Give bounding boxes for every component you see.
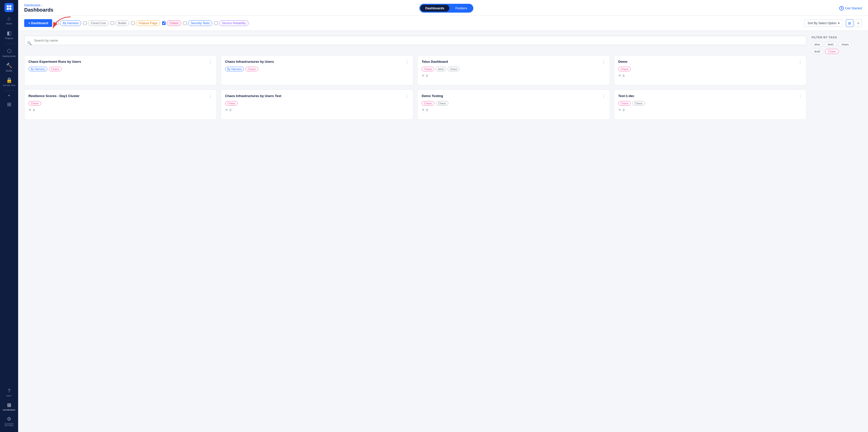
filter-service-reliability[interactable]: Service Reliability xyxy=(214,21,248,26)
card-8-view-count: 0 xyxy=(623,109,624,112)
card-2-title[interactable]: Chaos Infrastructures by Users xyxy=(225,60,405,64)
filter-tags-container: By Harness Cloud Cost Builds Feature Fla… xyxy=(55,21,801,26)
card-3-view-count: 0 xyxy=(426,74,428,78)
sidebar-item-help[interactable]: ? HELP xyxy=(0,385,18,400)
card-2-menu[interactable]: ⋮ xyxy=(405,60,409,64)
card-3-tag-chaos: Chaos xyxy=(422,67,434,71)
card-6-menu[interactable]: ⋮ xyxy=(405,94,409,98)
home-icon: ⌂ xyxy=(7,16,10,22)
card-4-menu[interactable]: ⋮ xyxy=(798,60,802,64)
card-8-tag-chaos-gray: Chaos xyxy=(632,101,645,105)
filter-sidebar: FILTER BY TAGS telus test1 chaos test2 C… xyxy=(811,36,862,427)
projects-icon: ◧ xyxy=(7,30,11,36)
card-5-title[interactable]: Resilience Scores - Day1 Cluster xyxy=(29,94,209,98)
sidebar-item-projects[interactable]: ◧ Projects xyxy=(0,28,18,42)
svg-rect-3 xyxy=(9,8,11,10)
card-8-title[interactable]: Test-1-dec xyxy=(618,94,798,98)
main-content: Dashboards › Dashboards Dashboards Folde… xyxy=(18,0,868,432)
sidebar-item-builds[interactable]: 🔨 Builds xyxy=(0,60,18,74)
filter-chaos-checkbox[interactable] xyxy=(162,22,165,25)
filter-tag-test2[interactable]: test2 xyxy=(811,49,823,54)
card-7-view-count: 0 xyxy=(426,109,428,112)
card-8-menu[interactable]: ⋮ xyxy=(798,94,802,98)
list-view-button[interactable]: ≡ xyxy=(855,20,862,27)
sort-dropdown[interactable]: Sort By Select Option ▾ xyxy=(804,20,843,27)
by-harness-label: By Harness xyxy=(60,21,81,26)
sidebar-chevron-down[interactable]: ▾ xyxy=(7,92,11,99)
sidebar-item-security-tests[interactable]: 🔒 Security Tests xyxy=(0,74,18,89)
card-6-title[interactable]: Chaos Infrastructures by Users Test xyxy=(225,94,405,98)
chaos-label: Chaos xyxy=(167,21,181,26)
filter-tag-chaos-upper[interactable]: Chaos xyxy=(825,49,839,54)
eye-icon-5: 👁 xyxy=(29,108,32,112)
card-3-tag-telus: telus xyxy=(436,67,446,71)
search-input[interactable] xyxy=(24,36,806,45)
filter-feature-flags[interactable]: Feature Flags xyxy=(131,21,160,26)
card-5-menu[interactable]: ⋮ xyxy=(209,94,213,98)
view-buttons: ⊞ ≡ xyxy=(846,20,862,27)
eye-icon-8: 👁 xyxy=(618,108,621,112)
service-reliability-label: Service Reliability xyxy=(219,21,248,26)
filter-tag-chaos-lower[interactable]: chaos xyxy=(838,42,851,47)
header-top: Dashboards › Dashboards Dashboards Folde… xyxy=(24,3,862,13)
card-4-tag-chaos: Chaos xyxy=(618,67,631,71)
card-4-title[interactable]: Demo xyxy=(618,60,798,64)
filter-builds[interactable]: Builds xyxy=(111,21,129,26)
card-2-tag-by-harness: By Harness xyxy=(225,67,244,71)
sidebar-item-account-settings[interactable]: ⚙ ACCOUNT SETTINGS xyxy=(0,413,18,429)
chevron-down-icon: ▾ xyxy=(838,22,839,25)
breadcrumb-sep: › xyxy=(42,3,43,7)
card-7-title[interactable]: Demo Testing xyxy=(422,94,601,98)
card-6-tags: Chaos xyxy=(225,101,409,105)
tab-dashboards[interactable]: Dashboards xyxy=(421,5,450,11)
sidebar-item-dashboards-grid[interactable]: ⊞ xyxy=(0,99,18,110)
card-5-tag-chaos: Chaos xyxy=(29,101,41,105)
grid-view-button[interactable]: ⊞ xyxy=(846,20,854,27)
filter-service-reliability-checkbox[interactable] xyxy=(214,22,218,25)
card-3-title[interactable]: Telus Dashboard xyxy=(422,60,601,64)
dashboard-card-5: Resilience Scores - Day1 Cluster ⋮ Chaos… xyxy=(24,90,217,120)
account-settings-icon: ⚙ xyxy=(7,416,11,422)
card-7-menu[interactable]: ⋮ xyxy=(601,94,606,98)
card-2-tag-chaos: Chaos xyxy=(246,67,258,71)
card-7-views: 👁 0 xyxy=(422,108,606,112)
filter-by-harness[interactable]: By Harness xyxy=(55,21,81,26)
toolbar: + Dashboard By Harness Cloud Cost Builds xyxy=(18,16,868,31)
builds-label: Builds xyxy=(116,21,129,26)
card-1-title[interactable]: Chaos Experiment Runs by Users xyxy=(29,60,209,64)
card-3-menu[interactable]: ⋮ xyxy=(601,60,606,64)
filter-builds-checkbox[interactable] xyxy=(111,22,114,25)
card-1-menu[interactable]: ⋮ xyxy=(209,60,213,64)
filter-tag-telus[interactable]: telus xyxy=(811,42,823,47)
card-3-header: Telus Dashboard ⋮ xyxy=(422,60,606,64)
sidebar-logo xyxy=(4,3,13,12)
sidebar-divider-1 xyxy=(4,43,13,44)
filter-chaos[interactable]: Chaos xyxy=(162,21,181,26)
deployments-icon: ⬡ xyxy=(7,48,11,54)
card-4-tags: Chaos xyxy=(618,67,802,71)
search-icon: 🔍 xyxy=(27,41,31,45)
sidebar-item-dashboards[interactable]: ⊞ DASHBOARDS xyxy=(0,400,18,413)
card-1-tag-chaos: Chaos xyxy=(49,67,62,71)
filter-by-harness-checkbox[interactable] xyxy=(55,22,59,25)
filter-by-tags-title: FILTER BY TAGS xyxy=(811,36,862,39)
tab-folders[interactable]: Folders xyxy=(451,5,472,11)
card-4-views: 👁 0 xyxy=(618,74,802,78)
filter-tag-test1[interactable]: test1 xyxy=(825,42,837,47)
filter-cloud-cost[interactable]: Cloud Cost xyxy=(83,21,108,26)
card-3-tags: Chaos telus chaos xyxy=(422,67,606,71)
sidebar-item-deployments[interactable]: ⬡ Deployments xyxy=(0,45,18,60)
content-area: 🔍 Chaos Experiment Runs by Users ⋮ By Ha… xyxy=(18,31,868,432)
filter-feature-flags-checkbox[interactable] xyxy=(131,22,134,25)
sidebar-item-home[interactable]: ⌂ Home xyxy=(0,13,18,28)
card-8-tag-chaos-pink: Chaos xyxy=(618,101,631,105)
get-started-link[interactable]: ℹ Get Started xyxy=(839,6,862,10)
add-dashboard-button[interactable]: + Dashboard xyxy=(24,19,52,27)
filter-security-tests[interactable]: Security Tests xyxy=(183,21,212,26)
filter-tags-list: telus test1 chaos test2 Chaos xyxy=(811,42,862,54)
dashboard-card-2: Chaos Infrastructures by Users ⋮ By Harn… xyxy=(221,55,413,86)
eye-icon-7: 👁 xyxy=(422,108,425,112)
card-1-tags: By Harness Chaos xyxy=(29,67,213,71)
filter-security-tests-checkbox[interactable] xyxy=(183,22,187,25)
filter-cloud-cost-checkbox[interactable] xyxy=(83,22,87,25)
